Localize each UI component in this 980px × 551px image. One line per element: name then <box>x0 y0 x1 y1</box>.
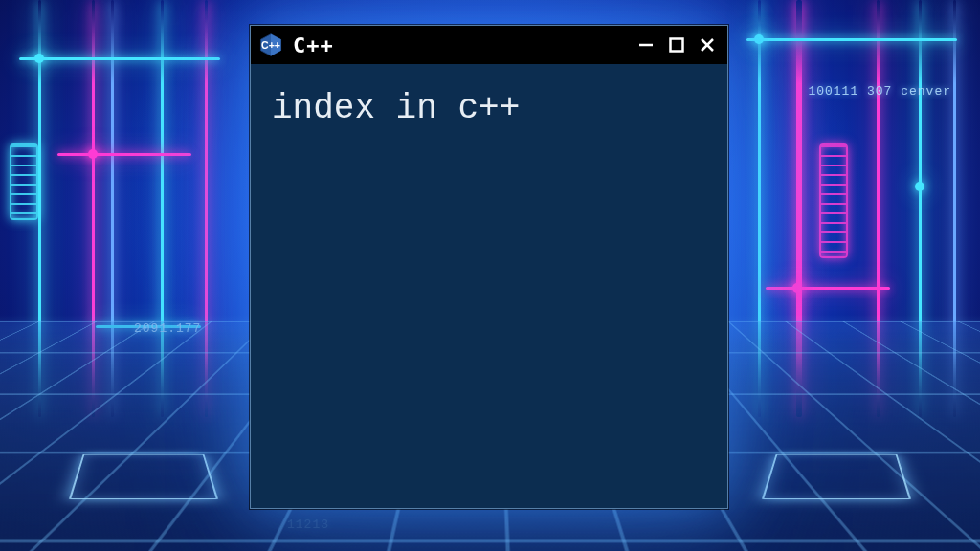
neon-node <box>792 283 802 293</box>
neon-node <box>915 182 924 191</box>
neon-trace <box>57 153 191 156</box>
titlebar[interactable]: C++ C++ <box>251 26 727 64</box>
neon-trace <box>766 287 890 290</box>
neon-trace <box>19 57 220 60</box>
neon-node <box>754 34 764 44</box>
maximize-button[interactable] <box>666 34 687 55</box>
terminal-window: C++ C++ index in c++ <box>250 25 728 509</box>
close-button[interactable] <box>697 34 718 55</box>
floor-tile <box>762 454 911 499</box>
neon-trace <box>746 38 957 41</box>
background-digits: 100111 307 cenver <box>808 84 951 99</box>
minimize-button[interactable] <box>635 34 657 55</box>
neon-node <box>34 54 44 63</box>
svg-text:C++: C++ <box>261 39 280 51</box>
neon-chip <box>10 143 38 220</box>
window-controls <box>635 34 718 55</box>
neon-node <box>88 149 98 159</box>
svg-rect-4 <box>671 39 683 52</box>
neon-chip <box>819 143 848 258</box>
terminal-content[interactable]: index in c++ <box>251 64 727 508</box>
cpp-hex-icon: C++ <box>258 33 283 57</box>
window-title: C++ <box>293 33 626 57</box>
floor-tile <box>69 454 218 499</box>
